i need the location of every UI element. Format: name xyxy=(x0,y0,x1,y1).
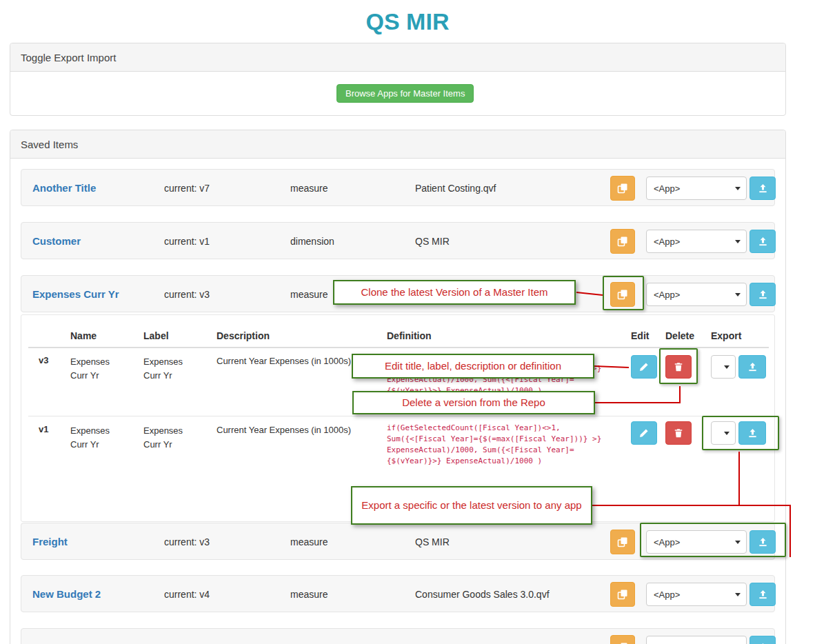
item-type: measure xyxy=(290,523,328,561)
clone-button[interactable] xyxy=(610,635,635,644)
clone-button[interactable] xyxy=(610,176,635,201)
col-header-name: Name xyxy=(70,330,97,341)
export-button[interactable] xyxy=(749,230,776,253)
chevron-down-icon xyxy=(735,593,741,596)
item-type: measure xyxy=(290,276,328,313)
master-item-title-link[interactable]: Another Title xyxy=(32,170,96,207)
upload-icon xyxy=(758,590,768,600)
app-select-value: <App> xyxy=(654,590,680,600)
name-cell: Expenses Curr Yr xyxy=(70,424,125,452)
item-app-name: QS MIR xyxy=(415,523,450,561)
master-item-title-link[interactable]: Expenses Curr Yr xyxy=(32,276,119,313)
app-select-dropdown[interactable]: <App> xyxy=(646,283,747,306)
saved-panel-header[interactable]: Saved Items xyxy=(10,130,785,159)
chevron-down-icon xyxy=(735,293,741,296)
label-cell: Expenses Curr Yr xyxy=(143,355,199,383)
export-button[interactable] xyxy=(749,583,776,606)
delete-version-button[interactable] xyxy=(665,421,692,445)
qs-mir-page: QS MIR Toggle Export Import Browse Apps … xyxy=(0,0,815,644)
app-select-value: <App> xyxy=(654,290,680,300)
app-select-dropdown[interactable]: <App> xyxy=(646,177,747,200)
toggle-export-import-panel: Toggle Export Import xyxy=(10,43,786,116)
saved-item-row: <App> xyxy=(21,628,775,644)
delete-highlight-box xyxy=(659,348,698,384)
item-current-version: current: v3 xyxy=(164,523,210,561)
export-annotation: Export a specific or the latest version … xyxy=(351,486,592,525)
master-item-title-link[interactable]: Freight xyxy=(32,523,68,561)
app-select-dropdown[interactable]: <App> xyxy=(646,583,747,606)
export-button[interactable] xyxy=(749,283,776,306)
export-version-button[interactable] xyxy=(738,355,766,379)
chevron-down-icon xyxy=(735,187,741,190)
delete-annotation: Delete a version from the Repo xyxy=(352,391,595,414)
clone-button[interactable] xyxy=(610,582,635,607)
clone-highlight-box xyxy=(603,276,644,310)
chevron-down-icon xyxy=(735,240,741,243)
item-app-name: Patient Costing.qvf xyxy=(415,170,496,207)
col-header-description: Description xyxy=(217,330,270,341)
table-header-divider xyxy=(28,347,769,348)
upload-icon xyxy=(758,237,768,247)
upload-icon xyxy=(758,290,768,300)
version-cell: v3 xyxy=(39,355,48,365)
clone-icon xyxy=(617,183,628,194)
edit-annotation: Edit title, label, description or defini… xyxy=(352,354,594,379)
page-title: QS MIR xyxy=(0,8,815,35)
export-button[interactable] xyxy=(749,177,776,200)
item-app-name: QS MIR xyxy=(415,223,450,260)
edit-version-button[interactable] xyxy=(631,421,657,445)
saved-item-row: New Budget 2 current: v4 measure Consume… xyxy=(21,575,775,612)
item-current-version: current: v7 xyxy=(164,170,210,207)
clone-button[interactable] xyxy=(610,530,635,554)
clone-icon xyxy=(617,536,628,547)
col-header-export: Export xyxy=(711,330,741,341)
version-select-dropdown[interactable] xyxy=(711,355,736,379)
saved-item-row: Customer current: v1 dimension QS MIR <A… xyxy=(21,222,775,259)
pencil-icon xyxy=(639,362,649,372)
item-type: measure xyxy=(290,576,328,613)
table-row-divider xyxy=(28,416,769,416)
app-select-dropdown[interactable]: <App> xyxy=(646,230,747,253)
chevron-down-icon xyxy=(724,365,730,369)
name-cell: Expenses Curr Yr xyxy=(70,355,125,383)
export-version-highlight-box xyxy=(702,416,779,450)
saved-item-row: Another Title current: v7 measure Patien… xyxy=(21,169,775,206)
item-current-version: current: v4 xyxy=(164,576,210,613)
version-cell: v1 xyxy=(39,424,48,434)
description-cell: Current Year Expenses (in 1000s) xyxy=(217,424,375,436)
item-app-name: Consumer Goods Sales 3.0.qvf xyxy=(415,576,550,613)
item-current-version: current: v3 xyxy=(164,276,210,313)
item-type: dimension xyxy=(290,223,334,260)
app-select-dropdown[interactable]: <App> xyxy=(646,636,747,644)
col-header-label: Label xyxy=(143,330,169,341)
col-header-edit: Edit xyxy=(631,330,649,341)
col-header-delete: Delete xyxy=(665,330,694,341)
app-select-value: <App> xyxy=(654,237,680,247)
edit-version-button[interactable] xyxy=(631,355,657,379)
col-header-definition: Definition xyxy=(387,330,432,341)
master-item-title-link[interactable]: New Budget 2 xyxy=(32,576,101,613)
clone-annotation: Clone the latest Version of a Master Ite… xyxy=(333,280,576,305)
export-button[interactable] xyxy=(749,636,776,644)
trash-icon xyxy=(674,428,683,438)
clone-icon xyxy=(617,236,628,247)
clone-button[interactable] xyxy=(610,229,635,254)
browse-apps-button[interactable]: Browse Apps for Master Items xyxy=(336,84,474,103)
definition-cell: if(GetSelectedCount([Fiscal Year])<>1, S… xyxy=(387,423,601,467)
item-type: measure xyxy=(290,170,328,207)
item-current-version: current: v1 xyxy=(164,223,210,260)
app-select-value: <App> xyxy=(654,183,680,194)
master-item-title-link[interactable]: Customer xyxy=(32,223,81,260)
pencil-icon xyxy=(639,428,649,438)
export-app-highlight-box xyxy=(640,523,786,557)
clone-icon xyxy=(617,589,628,600)
upload-icon xyxy=(758,183,768,194)
upload-icon xyxy=(747,362,758,372)
label-cell: Expenses Curr Yr xyxy=(143,424,199,452)
toggle-panel-header[interactable]: Toggle Export Import xyxy=(10,43,785,72)
